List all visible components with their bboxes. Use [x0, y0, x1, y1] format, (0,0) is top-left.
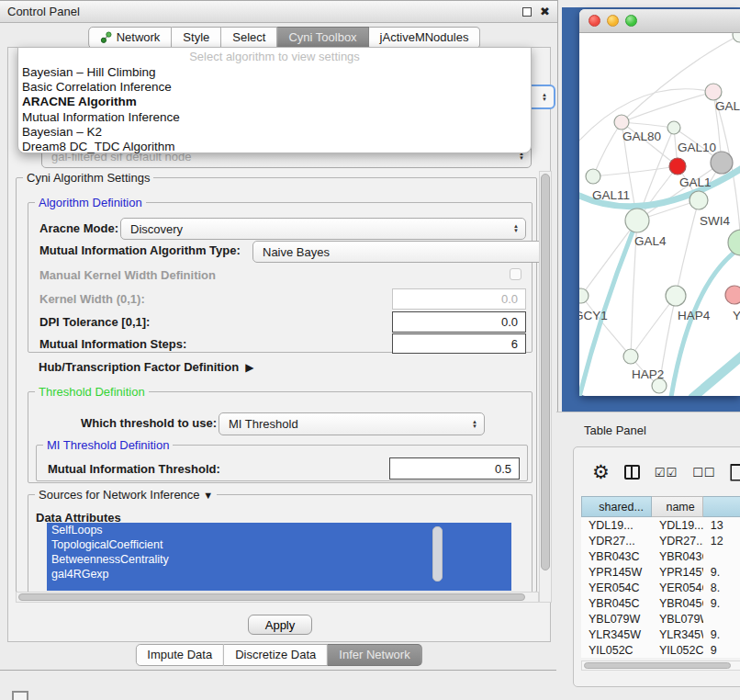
node[interactable] [669, 158, 686, 175]
table-row[interactable]: YDL19...YDL19...13 [581, 517, 740, 533]
table-row[interactable]: YLR345WYLR345W9. [581, 627, 740, 642]
node-swi4[interactable] [728, 230, 740, 255]
attribute-item-partial[interactable] [47, 581, 511, 591]
list-scrollbar-thumb[interactable] [432, 526, 443, 581]
document-icon[interactable] [730, 464, 740, 481]
control-panel-tabs: NetworkStyleSelectCyni ToolboxjActiveMNo… [88, 27, 481, 49]
zoom-traffic-light-icon[interactable] [625, 15, 637, 27]
network-window-titlebar[interactable] [579, 9, 740, 33]
horizontal-scrollbar[interactable] [16, 592, 539, 603]
table-horizontal-scrollbar[interactable] [581, 660, 740, 671]
mi-type-combo[interactable]: Naive Bayes ▲▼ [252, 241, 552, 263]
kernel-width-field[interactable]: 0.0 [392, 288, 526, 310]
node[interactable] [711, 152, 733, 174]
mi-threshold-group: MI Threshold Definition Mutual Informati… [36, 445, 528, 481]
table-row[interactable]: YBR045CYBR045C9. [581, 595, 740, 611]
column-header[interactable]: shared... [581, 496, 652, 517]
tab-infer-network[interactable]: Infer Network [328, 644, 421, 666]
edge[interactable] [581, 220, 637, 296]
node-hap4[interactable] [666, 286, 686, 306]
table-cell: YBL079W [581, 611, 652, 627]
node[interactable] [733, 33, 740, 42]
float-icon[interactable] [522, 7, 532, 17]
node-label: GCY1 [579, 309, 608, 322]
unchecked-pair-icon[interactable]: ☐☐ [692, 466, 715, 480]
table-cell: YER054C [652, 580, 703, 595]
table-cell: YLR345W [581, 627, 652, 642]
node-gal4[interactable] [625, 209, 649, 232]
column-header[interactable] [703, 496, 740, 517]
table-row[interactable]: YPR145WYPR145W9. [581, 564, 740, 580]
table-cell: YBR043C [652, 548, 703, 564]
algorithm-option[interactable]: Bayesian – K2 [18, 125, 531, 140]
tab-impute-data[interactable]: Impute Data [135, 644, 224, 666]
manual-kernel-checkbox[interactable] [510, 268, 521, 280]
edge[interactable] [622, 92, 713, 122]
dpi-tolerance-label: DPI Tolerance [0,1]: [39, 315, 150, 329]
node-label: GAL10 [678, 141, 716, 154]
tab-cyni-toolbox[interactable]: Cyni Toolbox [277, 27, 368, 49]
sources-toggle[interactable]: Sources for Network Inference ▼ [35, 488, 217, 502]
tab-network[interactable]: Network [88, 27, 173, 49]
dropdown-placeholder: Select algorithm to view settings [18, 50, 531, 65]
tab-select[interactable]: Select [221, 27, 277, 49]
column-view-icon[interactable] [624, 465, 640, 480]
node-hap2[interactable] [623, 349, 638, 364]
node-gal[interactable] [705, 84, 722, 100]
algorithm-option[interactable]: Mutual Information Inference [18, 110, 531, 125]
node-y[interactable] [725, 286, 740, 304]
mi-steps-field[interactable]: 6 [392, 333, 526, 354]
network-canvas[interactable]: GALGAL80GAL10GAL1GAL11GAL4SWI4HAP4YGCY1H… [579, 33, 740, 396]
table-cell: YPR145W [652, 564, 703, 580]
node-label: GAL [715, 99, 740, 113]
tab-jactivemnodules[interactable]: jActiveMNodules [369, 27, 481, 49]
checked-pair-icon[interactable]: ☑☑ [655, 466, 678, 480]
manual-kernel-label: Manual Kernel Width Definition [39, 268, 216, 282]
algorithm-option[interactable]: Basic Correlation Inference [18, 80, 531, 95]
tab-discretize-data[interactable]: Discretize Data [224, 644, 328, 666]
close-traffic-light-icon[interactable] [589, 15, 600, 27]
table-cell: YDR27... [652, 533, 703, 548]
edge[interactable] [593, 166, 678, 176]
node-gal80[interactable] [614, 115, 629, 130]
hub-definition-toggle[interactable]: Hub/Transcription Factor Definition ▶ [39, 360, 253, 374]
table-row[interactable]: YER054CYER054C8. [581, 580, 740, 595]
mi-threshold-field[interactable]: 0.5 [389, 457, 520, 480]
node-gcy1[interactable] [579, 288, 589, 303]
node-gal1[interactable] [690, 191, 708, 209]
column-header[interactable]: name [652, 496, 703, 517]
tab-style[interactable]: Style [172, 27, 221, 49]
algorithm-option[interactable]: ARACNE Algorithm [18, 95, 531, 109]
table-row[interactable]: YDR27...YDR27...12 [581, 533, 740, 548]
apply-button[interactable]: Apply [248, 615, 312, 635]
gear-icon[interactable]: ⚙ [592, 463, 610, 481]
table-cell: YBR043C [581, 548, 652, 564]
which-threshold-label: Which threshold to use: [81, 416, 217, 430]
scrollbar-thumb[interactable] [584, 662, 731, 669]
edge[interactable] [676, 200, 699, 296]
edge-highlighted[interactable] [691, 349, 740, 396]
algorithm-option[interactable]: Bayesian – Hill Climbing [18, 65, 531, 80]
node-label: GAL11 [592, 188, 630, 202]
node-label: HAP2 [632, 367, 664, 381]
threshold-definition-group: Threshold Definition Which threshold to … [28, 391, 533, 483]
table-row[interactable]: YIL052CYIL052C9 [581, 642, 740, 658]
table-panel-title: Table Panel [584, 423, 646, 437]
table-row[interactable]: YBR043CYBR043C [581, 548, 740, 564]
minimized-panel-icon[interactable] [12, 691, 28, 700]
scrollbar-thumb[interactable] [541, 174, 550, 570]
node-gal10[interactable] [667, 121, 680, 134]
algorithm-option[interactable]: Dream8 DC_TDC Algorithm [18, 140, 531, 154]
scrollbar-thumb[interactable] [18, 593, 525, 601]
vertical-scrollbar[interactable] [539, 171, 552, 603]
minimize-traffic-light-icon[interactable] [607, 15, 619, 27]
table-cell: YPR145W [581, 564, 652, 580]
node-gal11[interactable] [586, 169, 600, 184]
edge[interactable] [593, 122, 622, 176]
aracne-mode-combo[interactable]: Discovery ▲▼ [120, 218, 526, 240]
table-row[interactable]: YBL079WYBL079W [581, 611, 740, 627]
which-threshold-combo[interactable]: MI Threshold ▲▼ [219, 412, 485, 435]
table-cell [703, 611, 740, 627]
close-icon[interactable]: ✖ [540, 7, 550, 17]
dpi-tolerance-field[interactable]: 0.0 [392, 311, 526, 333]
